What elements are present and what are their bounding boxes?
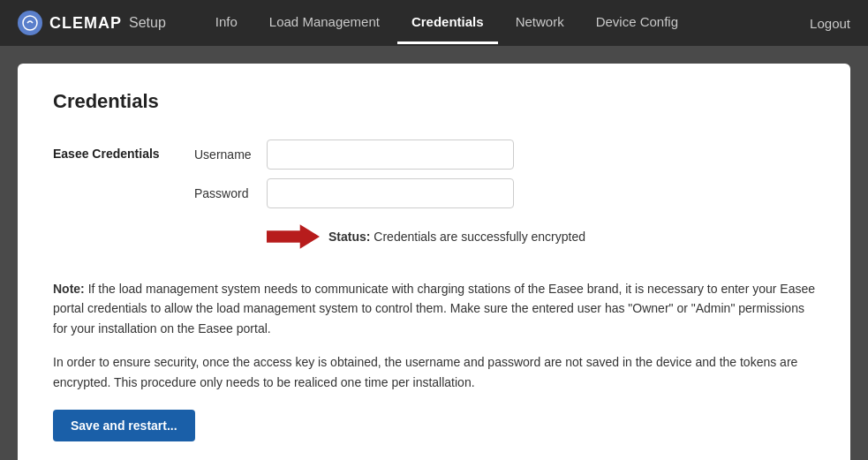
credentials-section: Easee Credentials Username Password [53, 140, 815, 253]
nav-item-load-management[interactable]: Load Management [255, 2, 394, 44]
nav-item-credentials[interactable]: Credentials [397, 2, 498, 44]
brand-clemap: CLEMAP [49, 14, 122, 33]
note2: In order to ensure security, once the ac… [53, 352, 815, 392]
nav-item-network[interactable]: Network [502, 2, 578, 44]
status-value: Credentials are successfully encrypted [374, 230, 585, 244]
status-label: Status: [328, 230, 370, 244]
brand-setup: Setup [129, 15, 166, 31]
username-row: Username [194, 140, 585, 170]
notes-section: Note: If the load management system need… [53, 279, 815, 392]
nav-item-info[interactable]: Info [201, 2, 252, 44]
status-row: Status: Credentials are successfully enc… [267, 221, 585, 253]
arrow-icon [267, 221, 320, 253]
nav-item-device-config[interactable]: Device Config [582, 2, 692, 44]
page-title: Credentials [53, 90, 815, 113]
main-wrapper: Credentials Easee Credentials Username P… [0, 46, 868, 460]
form-fields: Username Password Status: [194, 140, 585, 253]
section-label: Easee Credentials [53, 140, 168, 161]
note1-prefix: Note: [53, 282, 85, 296]
brand: CLEMAP Setup [18, 11, 166, 35]
password-label: Password [194, 186, 256, 200]
password-row: Password [194, 178, 585, 208]
note1: Note: If the load management system need… [53, 279, 815, 338]
username-label: Username [194, 147, 256, 162]
svg-point-0 [23, 16, 37, 30]
note1-body: If the load management system needs to c… [53, 282, 815, 336]
logout-button[interactable]: Logout [810, 16, 850, 31]
status-text: Status: Credentials are successfully enc… [328, 230, 585, 244]
password-input[interactable] [267, 178, 514, 208]
content-card: Credentials Easee Credentials Username P… [18, 64, 850, 460]
brand-icon [18, 11, 42, 35]
save-restart-button[interactable]: Save and restart... [53, 410, 195, 441]
username-input[interactable] [267, 140, 514, 170]
svg-marker-1 [267, 224, 320, 248]
navbar: CLEMAP Setup Info Load Management Creden… [0, 0, 868, 46]
nav-links: Info Load Management Credentials Network… [201, 2, 810, 44]
